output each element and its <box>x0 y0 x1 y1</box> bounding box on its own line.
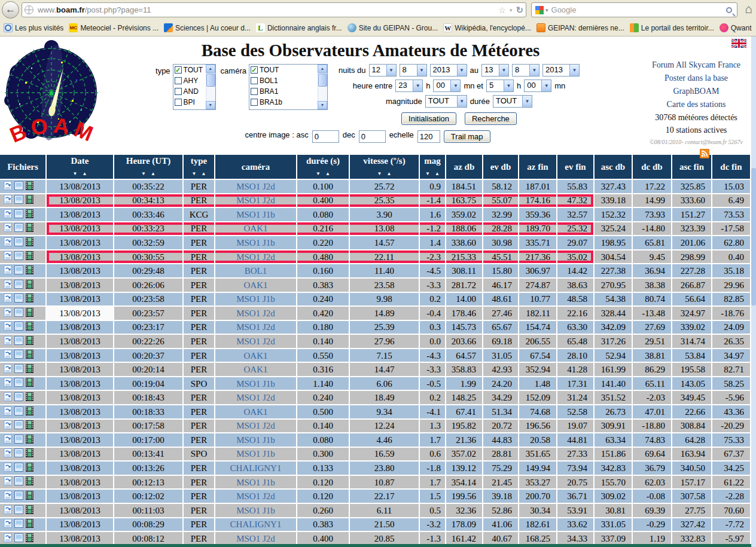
camera-link[interactable]: MSO1 J1b <box>215 236 297 250</box>
sort-asc-icon[interactable]: ▲ <box>83 171 87 176</box>
col-header-dur-e-s-[interactable]: durée (s)▼▲ <box>297 155 350 180</box>
film-icon[interactable] <box>26 265 33 277</box>
film-icon[interactable] <box>26 519 33 531</box>
film-icon[interactable] <box>26 364 33 376</box>
film-icon[interactable] <box>26 392 33 404</box>
image-icon[interactable] <box>14 519 23 531</box>
bookmark-item[interactable]: Qwant <box>720 23 752 32</box>
start-hour-select[interactable]: 23▼ <box>395 80 423 92</box>
film-icon[interactable] <box>26 195 33 207</box>
film-icon[interactable] <box>26 251 33 263</box>
camera-link[interactable]: OAK1 <box>215 405 297 420</box>
film-icon[interactable] <box>26 322 33 334</box>
col-header-mag[interactable]: mag▼▲ <box>420 155 446 180</box>
image-icon[interactable] <box>14 407 23 418</box>
camera-link[interactable]: MSO1 J2d <box>215 335 297 349</box>
col-header-heure-ut-[interactable]: Heure (UT)▼▲ <box>114 155 184 180</box>
checkbox-icon[interactable] <box>251 99 258 106</box>
initialisation-button[interactable]: Initialisation <box>401 112 456 125</box>
camera-link[interactable]: OAK1 <box>215 279 297 293</box>
film-icon[interactable] <box>26 350 33 362</box>
sort-desc-icon[interactable]: ▼ <box>141 171 146 176</box>
film-icon[interactable] <box>26 491 33 503</box>
film-icon[interactable] <box>26 181 33 193</box>
image-icon[interactable] <box>14 322 23 334</box>
end-hour-select[interactable]: 5▼ <box>486 80 514 92</box>
image-icon[interactable] <box>14 251 23 263</box>
camera-link[interactable]: BOL1 <box>215 264 297 279</box>
bookmark-item[interactable]: GEIPAN: dernières ne... <box>536 23 624 32</box>
search-magnifier-icon[interactable] <box>726 7 732 13</box>
film-icon[interactable] <box>26 505 33 517</box>
sort-asc-icon[interactable]: ▲ <box>325 171 330 176</box>
download-icon[interactable] <box>4 294 12 305</box>
camera-link[interactable]: MSO1 J2d <box>215 321 297 335</box>
page-scrollbar[interactable] <box>751 36 756 547</box>
image-icon[interactable] <box>14 181 23 193</box>
film-icon[interactable] <box>26 280 33 292</box>
end-month-select[interactable]: 8▼ <box>512 64 539 77</box>
image-icon[interactable] <box>14 336 23 348</box>
bookmark-item[interactable]: LDictionnaire anglais fr... <box>256 23 342 32</box>
checkbox-icon[interactable] <box>251 88 258 95</box>
bookmark-item[interactable]: Les plus visités <box>4 23 63 32</box>
camera-listbox[interactable]: ✓TOUTBOL1BRA1BRA1b ▲ ▼ <box>249 64 328 110</box>
camera-link[interactable]: MSO1 J2d <box>215 194 297 209</box>
camera-link[interactable]: CHALIGNY1 <box>215 462 297 476</box>
download-icon[interactable] <box>4 491 12 503</box>
scroll-down-icon[interactable]: ▼ <box>206 101 215 109</box>
camera-link[interactable]: MSO1 J2d <box>215 490 297 504</box>
camera-link[interactable]: OAK1 <box>215 363 297 377</box>
camera-link[interactable]: MSO1 J1b <box>215 476 297 490</box>
download-icon[interactable] <box>4 463 12 475</box>
end-year-select[interactable]: 2013▼ <box>542 64 580 77</box>
image-icon[interactable] <box>14 476 23 488</box>
image-icon[interactable] <box>14 195 23 207</box>
download-icon[interactable] <box>4 280 12 292</box>
start-month-select[interactable]: 8▼ <box>400 64 427 77</box>
end-day-select[interactable]: 13▼ <box>481 64 509 77</box>
reload-icon[interactable]: ↻ <box>516 5 523 16</box>
download-icon[interactable] <box>4 392 12 404</box>
sort-asc-icon[interactable]: ▲ <box>151 171 156 176</box>
download-icon[interactable] <box>4 322 12 334</box>
download-icon[interactable] <box>4 378 12 390</box>
camera-link[interactable]: CHALIGNY1 <box>215 518 297 533</box>
bookmark-item[interactable]: Sciences | Au coeur d... <box>164 23 251 32</box>
download-icon[interactable] <box>4 505 12 517</box>
image-icon[interactable] <box>14 209 23 221</box>
download-icon[interactable] <box>4 181 12 193</box>
search-engine-dropdown-icon[interactable]: ▾ <box>545 7 548 13</box>
camera-link[interactable]: MSO1 J1b <box>215 377 297 392</box>
recherche-button[interactable]: Recherche <box>465 112 517 125</box>
image-icon[interactable] <box>14 378 23 390</box>
film-icon[interactable] <box>26 463 33 475</box>
image-icon[interactable] <box>14 237 23 249</box>
film-icon[interactable] <box>26 308 33 320</box>
download-icon[interactable] <box>4 533 12 545</box>
download-icon[interactable] <box>4 195 12 207</box>
film-icon[interactable] <box>26 448 33 460</box>
film-icon[interactable] <box>26 420 33 432</box>
image-icon[interactable] <box>14 280 23 292</box>
checkbox-icon[interactable] <box>175 99 182 106</box>
scroll-up-icon[interactable]: ▲ <box>318 65 327 73</box>
back-button[interactable]: ← <box>2 1 19 19</box>
sort-desc-icon[interactable]: ▼ <box>316 171 321 176</box>
link-carte-stations[interactable]: Carte des stations <box>639 98 754 111</box>
listbox-option[interactable]: BOL1 <box>249 75 318 86</box>
google-icon[interactable] <box>535 6 544 14</box>
camera-link[interactable]: MSO1 J1b <box>215 448 297 462</box>
start-day-select[interactable]: 12▼ <box>369 64 397 77</box>
checkbox-icon[interactable] <box>251 77 258 84</box>
download-icon[interactable] <box>4 420 12 432</box>
image-icon[interactable] <box>14 308 23 320</box>
start-minute-select[interactable]: 00▼ <box>433 80 461 92</box>
listbox-option[interactable]: BRA1 <box>249 86 318 97</box>
col-header-type[interactable]: type▼▲ <box>184 155 215 180</box>
bookmark-item[interactable]: Site du GEIPAN - Grou... <box>347 23 438 32</box>
download-icon[interactable] <box>4 209 12 221</box>
col-header-vitesse-s-[interactable]: vitesse (º/s)▼▲ <box>350 155 420 180</box>
scroll-down-icon[interactable]: ▼ <box>318 101 327 109</box>
camera-link[interactable]: MSO1 J1b <box>215 504 297 518</box>
